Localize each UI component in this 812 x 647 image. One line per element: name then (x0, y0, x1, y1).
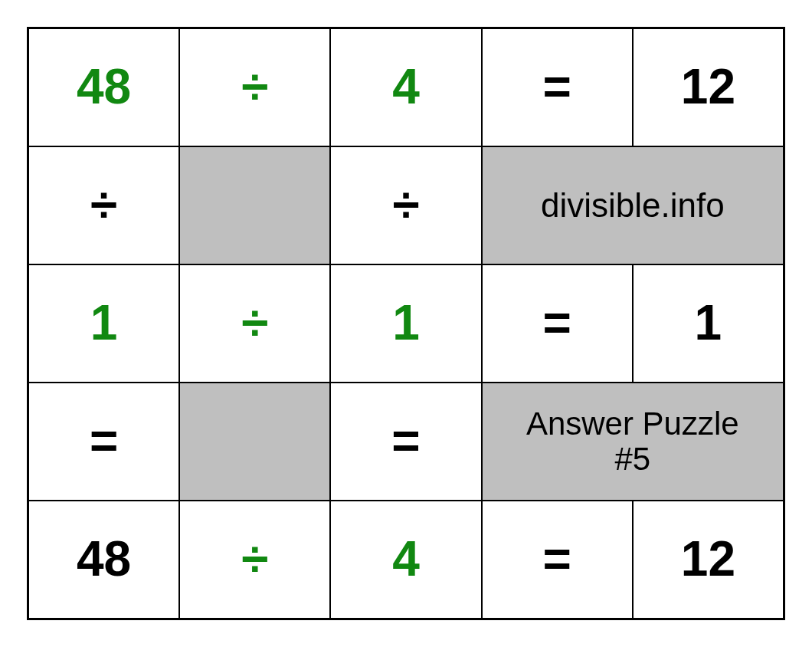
cell-r3c3: 1 (330, 264, 481, 383)
cell-r5c1: 48 (28, 501, 179, 619)
cell-r2c3-divide: ÷ (330, 146, 481, 264)
answer-label-line1: Answer Puzzle (526, 406, 739, 442)
cell-r3c4-equals: = (482, 264, 633, 383)
cell-r3c2-divide: ÷ (179, 264, 330, 383)
cell-r1c5: 12 (633, 28, 784, 146)
cell-r2c2-blank (179, 146, 330, 264)
cell-r4c3-equals: = (330, 383, 481, 501)
cell-r2c1-divide: ÷ (28, 146, 179, 264)
cell-r5c3: 4 (330, 501, 481, 619)
answer-label-line2: #5 (614, 442, 650, 477)
cell-r1c1: 48 (28, 28, 179, 146)
cell-r4c1-equals: = (28, 383, 179, 501)
cell-r1c4-equals: = (482, 28, 633, 146)
cell-r1c2-divide: ÷ (179, 28, 330, 146)
cell-r5c4-equals: = (482, 501, 633, 619)
cell-r4c2-blank (179, 383, 330, 501)
cell-r3c5: 1 (633, 264, 784, 383)
cell-r3c1: 1 (28, 264, 179, 383)
cell-r2-info: divisible.info (482, 146, 784, 264)
cell-r4-info: Answer Puzzle #5 (482, 383, 784, 501)
puzzle-grid: 48 ÷ 4 = 12 ÷ ÷ divisible.info 1 ÷ 1 = 1… (27, 27, 785, 620)
cell-r1c3: 4 (330, 28, 481, 146)
cell-r5c2-divide: ÷ (179, 501, 330, 619)
cell-r5c5: 12 (633, 501, 784, 619)
